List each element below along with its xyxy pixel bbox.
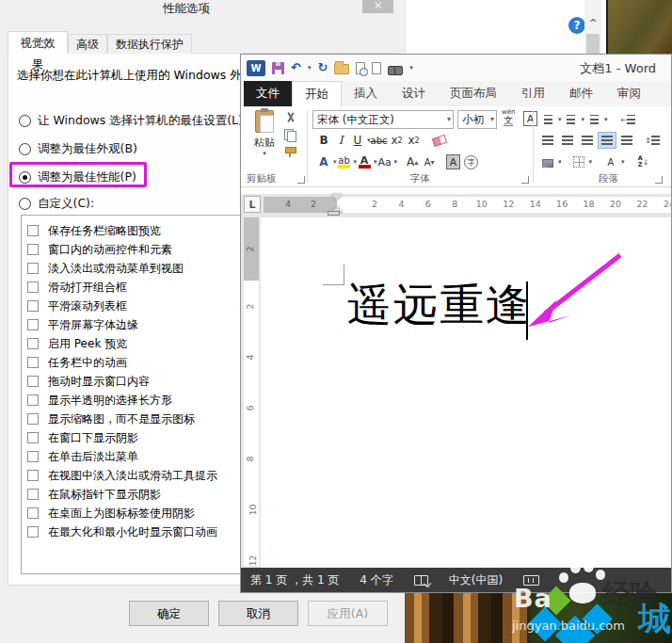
scrollbar-thumb[interactable] (586, 34, 600, 54)
tab-review[interactable]: 审阅 (605, 81, 653, 106)
visual-effect-item[interactable]: 在视图中淡入淡出或滑动工具提示 (27, 466, 217, 485)
clipboard-dialog-launcher-icon[interactable] (297, 176, 305, 184)
text-effects-button[interactable]: A (316, 153, 331, 170)
open-folder-icon[interactable] (334, 64, 349, 74)
font-name-combobox[interactable]: 宋体 (中文正文) ▾ (312, 110, 454, 129)
document-page[interactable]: 遥远重逢 (261, 217, 671, 569)
checkbox-icon[interactable] (27, 281, 39, 293)
undo-dropdown-icon[interactable]: ▾ (308, 64, 312, 72)
multilevel-dropdown-icon[interactable]: ▾ (604, 116, 608, 123)
bullets-button[interactable] (538, 111, 557, 128)
asian-layout-dropdown-icon[interactable]: ▾ (621, 158, 625, 166)
cancel-button[interactable]: 取消 (218, 601, 298, 626)
checkbox-icon[interactable] (27, 338, 39, 349)
new-document-icon[interactable] (372, 62, 381, 74)
radio-let-windows-choose[interactable]: 让 Windows 选择计算机的最佳设置(L) (19, 111, 243, 130)
radio-icon[interactable] (19, 143, 31, 155)
phonetic-guide-button[interactable]: wén文 (502, 109, 515, 126)
tab-design[interactable]: 设计 (390, 81, 438, 106)
visual-effect-item[interactable]: 平滑屏幕字体边缘 (27, 315, 138, 334)
visual-effect-item[interactable]: 启用 Peek 预览 (27, 334, 127, 353)
superscript-button[interactable]: x2 (407, 132, 422, 149)
decrease-indent-button[interactable]: ← (619, 111, 638, 128)
radio-best-performance[interactable]: 调整为最佳性能(P) (19, 168, 136, 186)
redo-icon[interactable]: ↻ (317, 60, 328, 75)
visual-effect-item[interactable]: 在桌面上为图标标签使用阴影 (27, 504, 195, 522)
justify-button[interactable] (598, 132, 616, 149)
tab-selector[interactable]: L (244, 196, 261, 213)
tab-mailings[interactable]: 邮件 (557, 81, 605, 106)
bold-button[interactable]: B (316, 132, 331, 149)
paragraph-dialog-launcher-icon[interactable] (655, 176, 663, 184)
checkbox-icon[interactable] (27, 526, 39, 538)
tab-insert[interactable]: 插入 (342, 81, 390, 106)
borders-dropdown-icon[interactable]: ▾ (589, 158, 593, 166)
shading-dropdown-icon[interactable]: ▾ (558, 158, 562, 166)
ok-button[interactable]: 确定 (129, 601, 209, 626)
background-scrollbar[interactable]: ^ (584, 0, 601, 54)
visual-effect-item[interactable]: 在单击后淡出菜单 (27, 447, 138, 466)
chevron-down-icon[interactable]: ▾ (490, 111, 494, 128)
visual-effect-item[interactable]: 在鼠标指针下显示阴影 (27, 485, 161, 504)
sort-button[interactable]: AZ↓ (634, 153, 653, 170)
align-left-button[interactable] (538, 132, 557, 149)
tab-visual-effects[interactable]: 视觉效果 (8, 31, 68, 54)
scroll-up-icon[interactable]: ^ (586, 17, 600, 30)
chevron-down-icon[interactable]: ▾ (447, 111, 451, 128)
italic-button[interactable]: I (333, 132, 348, 149)
font-color-button[interactable]: A (357, 153, 372, 170)
multilevel-list-button[interactable] (584, 111, 603, 128)
line-spacing-button[interactable]: ↕ (643, 132, 662, 149)
save-icon[interactable] (272, 62, 284, 74)
page-indicator[interactable]: 第 1 页 ，共 1 页 (250, 572, 339, 588)
checkbox-icon[interactable] (27, 413, 39, 425)
checkbox-icon[interactable] (27, 432, 39, 443)
borders-button[interactable] (569, 153, 588, 170)
visual-effect-item[interactable]: 平滑滚动列表框 (27, 297, 127, 315)
checkbox-icon[interactable] (27, 470, 39, 481)
text-highlight-button[interactable]: ab (337, 153, 352, 170)
undo-icon[interactable]: ↶ (291, 60, 301, 75)
close-icon[interactable]: × (362, 0, 393, 13)
cut-icon[interactable] (284, 112, 296, 123)
change-case-button[interactable]: Aa (377, 153, 392, 170)
font-dialog-launcher-icon[interactable] (521, 176, 529, 184)
tab-page-layout[interactable]: 页面布局 (438, 81, 509, 106)
copy-icon[interactable] (284, 129, 296, 140)
tab-file[interactable]: 文件 (244, 81, 292, 106)
paste-button[interactable]: 粘贴 ▾ (248, 110, 280, 170)
align-right-button[interactable] (578, 132, 597, 149)
document-text[interactable]: 遥远重逢 (347, 276, 532, 335)
proofing-icon[interactable] (414, 575, 428, 586)
radio-selected-icon[interactable] (19, 171, 31, 184)
qat-overflow-icon[interactable]: ▾ (409, 64, 413, 72)
grow-font-button[interactable]: A▴ (405, 153, 420, 170)
underline-button[interactable]: U (350, 132, 365, 149)
clear-formatting-icon[interactable] (431, 135, 446, 147)
find-binoculars-icon[interactable] (388, 66, 403, 74)
checkbox-icon[interactable] (27, 319, 39, 330)
shading-button[interactable] (538, 153, 557, 170)
radio-best-appearance[interactable]: 调整为最佳外观(B) (19, 139, 137, 158)
checkbox-icon[interactable] (27, 507, 39, 519)
visual-effect-item[interactable]: 淡入淡出或滑动菜单到视图 (27, 259, 184, 278)
tab-advanced[interactable]: 高级 (68, 34, 107, 54)
numbering-button[interactable] (562, 111, 581, 128)
subscript-button[interactable]: x2 (390, 132, 405, 149)
format-painter-icon[interactable] (284, 146, 296, 157)
visual-effect-item[interactable]: 窗口内的动画控件和元素 (27, 240, 172, 259)
visual-effect-item[interactable]: 滑动打开组合框 (27, 278, 127, 297)
checkbox-icon[interactable] (27, 300, 39, 312)
checkbox-icon[interactable] (27, 451, 39, 462)
visual-effect-item[interactable]: 在最大化和最小化时显示窗口动画 (27, 522, 217, 541)
shrink-font-button[interactable]: A▾ (422, 153, 437, 170)
asian-layout-button[interactable]: A (601, 153, 620, 170)
checkbox-icon[interactable] (27, 376, 39, 387)
strikethrough-button[interactable]: abc (371, 132, 388, 149)
font-size-combobox[interactable]: 小初 ▾ (457, 110, 497, 129)
checkbox-icon[interactable] (27, 394, 39, 406)
visual-effect-item[interactable]: 拖动时显示窗口内容 (27, 372, 150, 391)
checkbox-icon[interactable] (27, 489, 39, 500)
distributed-button[interactable] (617, 132, 636, 149)
paste-dropdown-icon[interactable]: ▾ (248, 150, 280, 157)
